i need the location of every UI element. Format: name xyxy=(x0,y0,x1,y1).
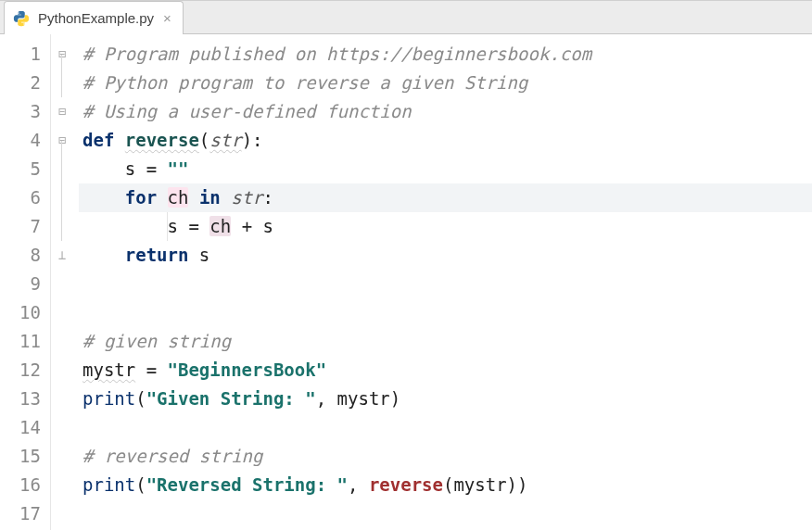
svg-point-0 xyxy=(18,12,19,14)
line-number: 16 xyxy=(19,474,41,495)
fold-guide xyxy=(61,141,62,241)
builtin: print xyxy=(82,474,135,495)
line-number: 7 xyxy=(31,216,41,236)
fold-marker-icon[interactable]: ⊟ xyxy=(55,97,70,126)
line-number: 2 xyxy=(31,72,41,93)
line-number: 8 xyxy=(31,245,41,265)
fold-marker-icon[interactable]: ⊟ xyxy=(55,40,70,69)
code-line[interactable]: mystr = "BeginnersBook" xyxy=(79,356,812,385)
code-area[interactable]: # Program published on https://beginners… xyxy=(79,34,812,530)
fold-column: ⊟ ⊟ ⊟ ⊥ xyxy=(51,34,79,530)
code-line[interactable]: # Using a user-defined function xyxy=(79,97,812,126)
line-number: 4 xyxy=(31,130,41,150)
code-line[interactable]: # Python program to reverse a given Stri… xyxy=(79,69,812,97)
code-line[interactable] xyxy=(79,413,812,442)
tab-bar: PythonExample.py × xyxy=(0,1,812,34)
string-literal: "Reversed String: " xyxy=(146,474,348,495)
identifier: str xyxy=(231,187,262,208)
keyword: def xyxy=(82,130,114,150)
code-line[interactable]: return s xyxy=(79,241,812,270)
identifier: s xyxy=(168,216,178,236)
line-number: 5 xyxy=(31,158,41,179)
line-number: 9 xyxy=(31,273,41,294)
fold-end-icon: ⊥ xyxy=(55,241,70,270)
code-line[interactable] xyxy=(79,499,812,528)
code-line[interactable] xyxy=(79,298,812,327)
comment: # Using a user-defined function xyxy=(82,101,412,121)
code-line[interactable]: # given string xyxy=(79,327,812,356)
code-line[interactable]: s = "" xyxy=(79,155,812,183)
code-line[interactable]: # Program published on https://beginners… xyxy=(79,40,812,69)
line-number: 3 xyxy=(31,101,41,121)
code-line-current[interactable]: for ch in str: xyxy=(79,183,812,212)
close-icon[interactable]: × xyxy=(161,10,173,26)
parameter: str xyxy=(209,130,241,150)
line-number: 10 xyxy=(19,302,41,322)
string-literal: "Given String: " xyxy=(146,388,316,409)
line-number: 13 xyxy=(19,388,41,409)
line-number-gutter: 1 2 3 4 5 6 7 8 9 10 11 12 13 14 15 16 1… xyxy=(0,34,51,530)
code-line[interactable]: s = ch + s xyxy=(79,212,812,241)
line-number: 14 xyxy=(19,417,41,437)
keyword: for xyxy=(125,187,157,208)
code-line[interactable]: print("Reversed String: ", reverse(mystr… xyxy=(79,471,812,499)
indent-guide xyxy=(167,212,168,241)
comment: # reversed string xyxy=(82,446,262,466)
paren: ( xyxy=(199,130,209,150)
tab-filename: PythonExample.py xyxy=(38,10,154,26)
svg-point-1 xyxy=(23,23,25,25)
file-tab[interactable]: PythonExample.py × xyxy=(4,1,184,34)
line-number: 12 xyxy=(19,360,41,380)
keyword: return xyxy=(125,245,189,265)
line-number: 17 xyxy=(19,503,41,524)
keyword: in xyxy=(199,187,221,208)
editor: 1 2 3 4 5 6 7 8 9 10 11 12 13 14 15 16 1… xyxy=(0,34,812,530)
line-number: 1 xyxy=(31,44,41,64)
identifier: ch xyxy=(209,216,231,236)
comment: # Program published on https://beginners… xyxy=(82,44,591,64)
line-number: 6 xyxy=(31,187,41,208)
string-literal: "" xyxy=(168,158,189,179)
string-literal: "BeginnersBook" xyxy=(168,360,327,380)
line-number: 11 xyxy=(19,331,41,351)
identifier: ch xyxy=(168,187,189,208)
function-name: reverse xyxy=(125,130,199,150)
paren: ): xyxy=(242,130,263,150)
fold-guide xyxy=(61,55,62,97)
comment: # Python program to reverse a given Stri… xyxy=(82,72,527,93)
comment: # given string xyxy=(82,331,231,351)
line-number: 15 xyxy=(19,446,41,466)
python-file-icon xyxy=(12,9,31,28)
function-call: reverse xyxy=(369,474,443,495)
code-line[interactable]: def reverse(str): xyxy=(79,126,812,155)
identifier: mystr xyxy=(82,360,135,380)
code-line[interactable]: print("Given String: ", mystr) xyxy=(79,385,812,413)
fold-marker-icon[interactable]: ⊟ xyxy=(55,126,70,155)
identifier: s xyxy=(125,158,135,179)
code-line[interactable]: # reversed string xyxy=(79,442,812,471)
code-line[interactable] xyxy=(79,270,812,298)
builtin: print xyxy=(82,388,135,409)
